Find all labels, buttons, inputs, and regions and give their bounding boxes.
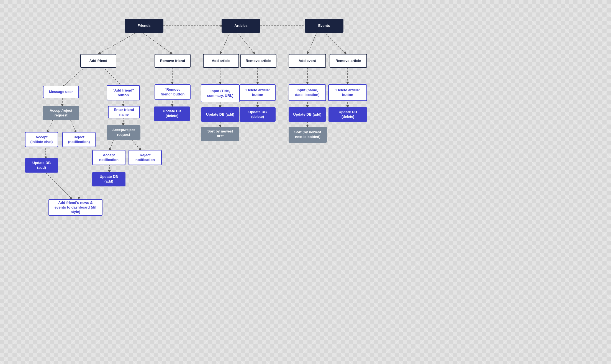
svg-line-3 <box>141 32 172 54</box>
diagram-container: Friends Articles Events Add friend Remov… <box>0 0 611 364</box>
node-add-event: Add event <box>289 54 326 68</box>
svg-line-17 <box>132 140 141 151</box>
node-accept-notification: Accept notification <box>92 150 125 165</box>
node-add-friends-news: Add friend's news & events to dashboard … <box>48 199 102 216</box>
node-remove-friend: Remove friend <box>155 54 191 68</box>
node-update-db-delete-article-1: Update DB (delete) <box>240 107 276 122</box>
node-update-db-delete-article-2: Update DB (delete) <box>328 107 367 122</box>
node-accept-initiate: Accept (initiate chat) <box>25 132 58 147</box>
node-update-db-delete-friend: Update DB (delete) <box>154 106 190 121</box>
svg-line-16 <box>109 140 114 151</box>
node-update-db-add-event: Update DB (add) <box>289 107 326 122</box>
node-remove-article-1: Remove article <box>240 54 276 68</box>
node-message-user: Message user <box>43 86 79 98</box>
node-input-event: Input (name, date, location) <box>289 84 326 101</box>
node-accept-reject-1: Accept/reject request <box>43 106 79 120</box>
node-delete-article-button-1: "Delete article" button <box>240 84 276 101</box>
node-reject-notification-2: Reject notification <box>129 150 162 165</box>
node-reject-notification-1: Reject (notification) <box>62 132 96 147</box>
node-update-db-add-2: Update DB (add) <box>92 172 125 186</box>
node-remove-friend-button: "Remove friend" button <box>155 84 191 100</box>
node-update-db-add-chat: Update DB (add) <box>25 158 58 173</box>
node-add-article: Add article <box>203 54 239 68</box>
node-articles: Articles <box>222 19 260 33</box>
svg-line-2 <box>98 32 138 54</box>
svg-line-12 <box>71 120 76 133</box>
svg-line-31 <box>46 173 72 199</box>
node-sort-newest-2: Sort (by newest next is bolded) <box>289 127 327 143</box>
svg-line-8 <box>62 65 87 87</box>
svg-line-5 <box>237 32 255 54</box>
svg-line-4 <box>220 32 230 54</box>
node-update-db-add-article: Update DB (add) <box>201 107 239 122</box>
svg-line-11 <box>47 120 53 133</box>
node-events: Events <box>305 19 343 33</box>
svg-line-6 <box>307 32 317 54</box>
node-remove-article-2: Remove article <box>330 54 367 68</box>
svg-line-9 <box>101 65 123 87</box>
node-sort-newest-1: Sort by newest first <box>201 127 239 141</box>
node-friends: Friends <box>125 19 163 33</box>
node-add-friend-button: "Add friend" button <box>107 85 140 100</box>
node-add-friend: Add friend <box>80 54 116 68</box>
svg-line-7 <box>324 32 346 54</box>
node-enter-friend-name: Enter friend name <box>108 106 140 118</box>
node-delete-article-button-2: "Delete article" button <box>328 84 367 101</box>
node-accept-reject-2: Accept/reject request <box>107 125 140 140</box>
node-input-article: Input (Title, summary, URL) <box>201 84 240 102</box>
